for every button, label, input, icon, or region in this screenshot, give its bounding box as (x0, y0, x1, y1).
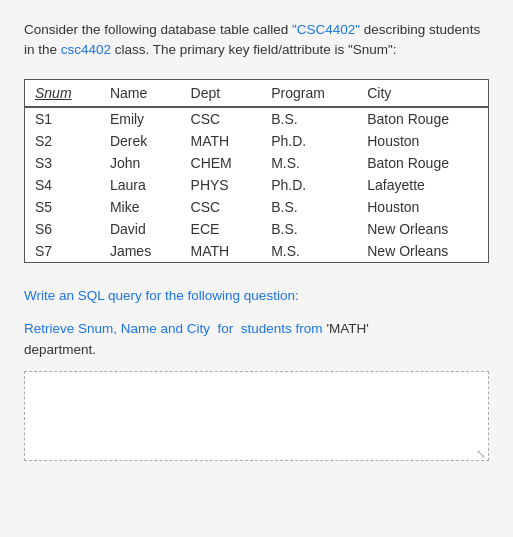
table-cell: S1 (25, 107, 100, 130)
table-cell: B.S. (261, 107, 357, 130)
table-cell: S5 (25, 196, 100, 218)
query-prompt-label: Write an SQL query for the following que… (24, 286, 489, 306)
table-cell: Baton Rouge (357, 152, 488, 174)
table-cell: M.S. (261, 152, 357, 174)
table-cell: B.S. (261, 218, 357, 240)
answer-input-box[interactable]: ⤡ (24, 371, 489, 461)
math-highlight: 'MATH' (326, 321, 368, 336)
table-cell: S3 (25, 152, 100, 174)
table-cell: S4 (25, 174, 100, 196)
table-cell: ECE (181, 218, 262, 240)
table-cell: Lafayette (357, 174, 488, 196)
table-cell: B.S. (261, 196, 357, 218)
table-cell: David (100, 218, 181, 240)
table-cell: MATH (181, 240, 262, 262)
table-cell: Ph.D. (261, 130, 357, 152)
table-row: S3JohnCHEMM.S.Baton Rouge (25, 152, 488, 174)
table-name-highlight: "CSC4402" (292, 22, 360, 37)
table-row: S5MikeCSCB.S.Houston (25, 196, 488, 218)
query-question: Retrieve Snum, Name and City for student… (24, 318, 489, 361)
table-cell: Houston (357, 130, 488, 152)
col-header-name: Name (100, 80, 181, 107)
class-name-highlight: csc4402 (61, 42, 111, 57)
col-header-snum: Snum (25, 80, 100, 107)
table-row: S1EmilyCSCB.S.Baton Rouge (25, 107, 488, 130)
database-table: Snum Name Dept Program City S1EmilyCSCB.… (25, 80, 488, 262)
table-cell: CSC (181, 196, 262, 218)
table-cell: Derek (100, 130, 181, 152)
resize-handle-icon: ⤡ (476, 448, 486, 458)
table-cell: S6 (25, 218, 100, 240)
database-table-container: Snum Name Dept Program City S1EmilyCSCB.… (24, 79, 489, 263)
table-header-row: Snum Name Dept Program City (25, 80, 488, 107)
table-cell: MATH (181, 130, 262, 152)
table-cell: M.S. (261, 240, 357, 262)
table-cell: New Orleans (357, 218, 488, 240)
table-cell: Mike (100, 196, 181, 218)
col-header-city: City (357, 80, 488, 107)
table-row: S2DerekMATHPh.D.Houston (25, 130, 488, 152)
col-header-dept: Dept (181, 80, 262, 107)
table-cell: Ph.D. (261, 174, 357, 196)
table-row: S6DavidECEB.S.New Orleans (25, 218, 488, 240)
table-cell: Emily (100, 107, 181, 130)
table-row: S7JamesMATHM.S.New Orleans (25, 240, 488, 262)
table-cell: James (100, 240, 181, 262)
table-cell: Laura (100, 174, 181, 196)
table-cell: S2 (25, 130, 100, 152)
table-cell: PHYS (181, 174, 262, 196)
intro-paragraph: Consider the following database table ca… (24, 20, 489, 61)
table-cell: CHEM (181, 152, 262, 174)
table-cell: CSC (181, 107, 262, 130)
table-cell: Houston (357, 196, 488, 218)
table-cell: New Orleans (357, 240, 488, 262)
table-cell: S7 (25, 240, 100, 262)
col-header-program: Program (261, 80, 357, 107)
dept-word: department. (24, 342, 96, 357)
table-cell: Baton Rouge (357, 107, 488, 130)
table-row: S4LauraPHYSPh.D.Lafayette (25, 174, 488, 196)
table-cell: John (100, 152, 181, 174)
